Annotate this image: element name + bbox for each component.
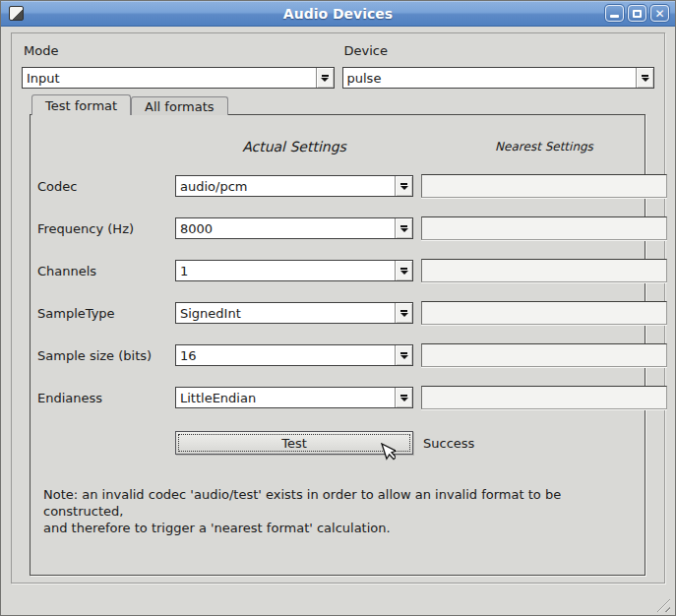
frequency-label: Frequency (Hz) [37,221,167,236]
note-line-1: Note: an invalid codec 'audio/test' exis… [43,486,638,520]
audio-devices-window: Audio Devices ✕ Mode Input Device [0,0,676,616]
chevron-down-icon[interactable] [395,261,412,280]
channels-nearest-field [421,259,667,282]
sample-size-value: 16 [176,348,395,363]
endianness-nearest-field [421,386,667,409]
test-button[interactable]: Test [175,431,413,455]
chevron-down-icon[interactable] [395,345,412,365]
endianness-value: LittleEndian [176,391,395,405]
note-text: Note: an invalid codec 'audio/test' exis… [43,486,638,536]
window-controls: ✕ [605,5,669,22]
test-format-panel: Actual Settings Nearest Settings Codec a… [30,114,645,576]
mode-select[interactable]: Input [22,67,335,89]
channels-label: Channels [37,264,167,278]
codec-select[interactable]: audio/pcm [175,175,413,197]
resize-grip[interactable] [656,598,670,612]
sample-size-row: Sample size (bits) 16 [37,343,638,367]
mode-label: Mode [24,43,335,58]
test-status-label: Success [421,436,474,451]
sample-size-select[interactable]: 16 [175,344,413,366]
chevron-down-icon[interactable] [395,176,412,196]
tab-test-format[interactable]: Test format [31,94,131,115]
codec-value: audio/pcm [176,179,395,194]
channels-select[interactable]: 1 [175,260,413,281]
sample-type-row: SampleType SignedInt [37,301,638,325]
codec-label: Codec [37,179,167,194]
minimize-icon [610,15,619,18]
content-frame: Mode Input Device pulse Test format Al [11,32,665,584]
endianness-label: Endianess [37,391,167,405]
mode-value: Input [23,71,316,86]
device-value: pulse [343,71,637,86]
note-line-2: and therefore to trigger a 'nearest form… [43,520,638,536]
sample-type-value: SignedInt [176,306,395,321]
device-label: Device [344,43,655,58]
actual-settings-header: Actual Settings [175,139,413,154]
frequency-row: Frequency (Hz) 8000 [37,216,638,240]
channels-row: Channels 1 [37,259,638,282]
endianness-select[interactable]: LittleEndian [175,387,413,408]
endianness-row: Endianess LittleEndian [37,386,638,409]
frequency-nearest-field [421,216,667,240]
chevron-down-icon[interactable] [636,68,653,88]
device-select[interactable]: pulse [342,67,655,89]
chevron-down-icon[interactable] [395,388,412,407]
frequency-select[interactable]: 8000 [175,217,413,239]
sample-type-label: SampleType [37,306,167,321]
chevron-down-icon[interactable] [395,218,412,238]
window-body: Mode Input Device pulse Test format Al [1,27,675,616]
maximize-icon [633,10,642,18]
codec-row: Codec audio/pcm [37,174,638,198]
sample-size-nearest-field [421,343,667,367]
sample-size-label: Sample size (bits) [37,348,167,363]
titlebar[interactable]: Audio Devices ✕ [1,1,675,27]
test-row: Test Success [37,431,638,455]
tab-bar: Test format All formats [31,94,654,114]
chevron-down-icon[interactable] [395,303,412,323]
sample-type-nearest-field [421,301,667,325]
nearest-settings-header: Nearest Settings [421,140,667,154]
window-title: Audio Devices [1,6,675,22]
frequency-value: 8000 [176,221,395,236]
tab-all-formats[interactable]: All formats [131,96,227,115]
column-headers: Actual Settings Nearest Settings [37,139,638,154]
channels-value: 1 [176,264,395,278]
close-icon: ✕ [654,8,664,20]
maximize-button[interactable] [628,5,646,22]
minimize-button[interactable] [605,5,624,22]
window-icon[interactable] [9,6,24,21]
sample-type-select[interactable]: SignedInt [175,302,413,324]
codec-nearest-field [421,174,667,198]
mode-device-row: Mode Input Device pulse [22,41,654,89]
chevron-down-icon[interactable] [316,68,334,88]
close-button[interactable]: ✕ [650,5,669,22]
